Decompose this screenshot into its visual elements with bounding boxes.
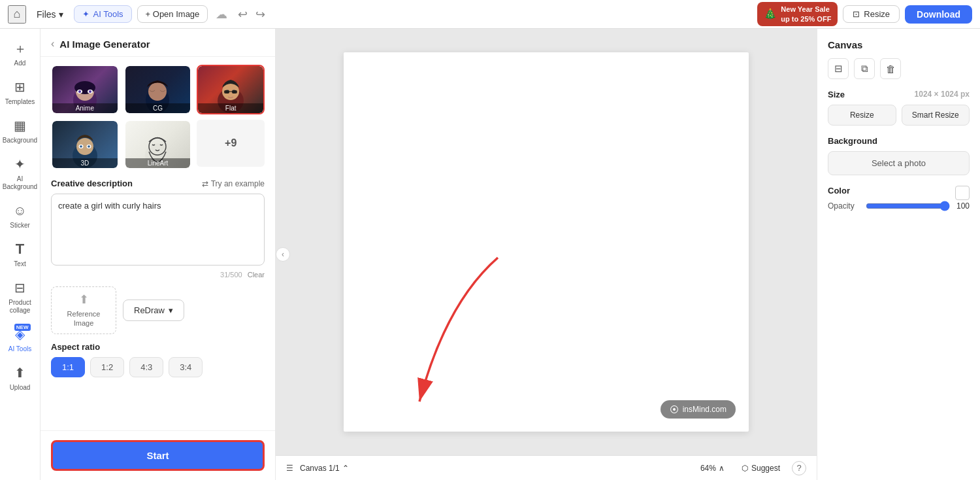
watermark-logo-icon: ⦿ (670, 404, 679, 415)
promo-banner[interactable]: 🎄 New Year Sale up to 25% OFF (757, 2, 838, 26)
try-example-label: Try an example (211, 179, 265, 188)
sidebar-label-sticker: Sticker (10, 222, 30, 230)
canvas-bottom-bar: ☰ Canvas 1/1 ⌃ 64% ∧ ⬡ Suggest ? (276, 455, 817, 480)
redraw-button[interactable]: ReDraw ▾ (123, 300, 184, 321)
sidebar-item-background[interactable]: ▦ Background (3, 111, 38, 150)
char-count: 31/500 (220, 271, 242, 279)
zoom-value: 64% (700, 464, 716, 473)
try-example-icon: ⇄ (202, 179, 208, 188)
promo-text: New Year Sale up to 25% OFF (781, 5, 831, 24)
sidebar-item-text[interactable]: T Text (3, 235, 38, 273)
resize-icon: ⊡ (853, 9, 860, 19)
canvas-watermark: ⦿ insMind.com (661, 400, 736, 419)
sidebar-label-ai-background: AI Background (3, 175, 37, 191)
download-button[interactable]: Download (905, 5, 972, 24)
reference-image-upload[interactable]: ⬆ Reference Image (51, 286, 116, 334)
right-toolbar: ⊟ ⧉ 🗑 (828, 58, 970, 79)
ai-tools-button[interactable]: ✦ AI Tools (74, 5, 132, 23)
svg-point-21 (88, 145, 90, 148)
duplicate-button[interactable]: ⧉ (854, 58, 875, 79)
panel-title: AI Image Generator (59, 39, 150, 50)
svg-point-5 (78, 90, 81, 93)
svg-rect-14 (232, 90, 237, 94)
aspect-btn-4-3[interactable]: 4:3 (129, 357, 163, 377)
home-icon: ⌂ (14, 7, 21, 21)
style-item-anime[interactable]: Anime (51, 65, 119, 114)
ai-background-icon: ✦ (11, 155, 29, 173)
zoom-button[interactable]: 64% ∧ (695, 461, 730, 475)
sidebar-label-product-collage: Product collage (5, 299, 35, 315)
files-menu[interactable]: Files ▾ (31, 7, 69, 22)
resize-button[interactable]: ⊡ Resize (843, 5, 900, 23)
canvas-document[interactable]: ⦿ insMind.com (344, 52, 749, 432)
ai-tools-label: AI Tools (93, 9, 123, 19)
delete-button[interactable]: 🗑 (880, 58, 901, 79)
panel-collapse-button[interactable]: ‹ (276, 247, 290, 262)
layers-button[interactable]: ☰ (286, 464, 293, 473)
duplicate-icon: ⧉ (861, 63, 868, 75)
ai-generator-panel: ‹ AI Image Generator (41, 29, 276, 480)
suggest-button[interactable]: ⬡ Suggest (736, 461, 785, 475)
sidebar-label-upload: Upload (10, 384, 31, 392)
start-button-wrap: Start (41, 430, 275, 480)
format-icon: ⊟ (834, 63, 843, 75)
style-grid: Anime CG (51, 65, 265, 169)
style-label-flat: Flat (198, 103, 263, 113)
panel-back-button[interactable]: ‹ (51, 38, 54, 50)
open-image-label: + Open Image (146, 9, 200, 19)
undo-button[interactable]: ↩ (235, 5, 250, 24)
redo-button[interactable]: ↪ (253, 5, 268, 24)
style-thumb-3d: 3D (52, 121, 118, 168)
download-label: Download (917, 9, 960, 20)
creative-description-input[interactable]: create a girl with curly hairs (51, 194, 265, 266)
aspect-ratio-section: Aspect ratio 1:1 1:2 4:3 3:4 (51, 342, 265, 377)
style-more-button[interactable]: +9 (197, 120, 265, 167)
sidebar-item-ai-tools[interactable]: ◈ NEW AI Tools (3, 320, 38, 358)
try-example-button[interactable]: ⇄ Try an example (202, 179, 265, 188)
svg-point-6 (89, 90, 91, 93)
help-button[interactable]: ? (792, 461, 806, 475)
resize-canvas-button[interactable]: Resize (828, 105, 896, 126)
files-label: Files (37, 9, 56, 20)
style-item-cg[interactable]: CG (124, 65, 192, 114)
sidebar-item-upload[interactable]: ⬆ Upload (3, 358, 38, 397)
history-buttons: ↩ ↪ (235, 5, 268, 24)
sidebar-label-ai-tools: AI Tools (8, 345, 31, 353)
right-panel: Canvas ⊟ ⧉ 🗑 Size 1024 × 1024 px Resize … (817, 29, 980, 480)
sidebar-label-background: Background (3, 137, 37, 145)
sidebar-label-add: Add (14, 60, 26, 67)
color-section: Color Opacity 100 (828, 186, 970, 211)
clear-button[interactable]: Clear (248, 271, 265, 279)
files-chevron-icon: ▾ (59, 9, 63, 20)
smart-resize-button[interactable]: Smart Resize (902, 105, 970, 126)
home-button[interactable]: ⌂ (8, 5, 26, 24)
creative-description-header: Creative description ⇄ Try an example (51, 179, 265, 188)
aspect-btn-3-4[interactable]: 3:4 (169, 357, 203, 377)
panel-header: ‹ AI Image Generator (41, 29, 275, 57)
style-item-flat[interactable]: Flat (197, 65, 265, 114)
opacity-value: 100 (955, 201, 970, 211)
color-swatch[interactable] (955, 186, 970, 200)
resize-buttons: Resize Smart Resize (828, 105, 970, 126)
format-button[interactable]: ⊟ (828, 58, 849, 79)
style-item-lineart[interactable]: LineArt (124, 120, 192, 169)
ai-tools-sidebar-icon: ◈ NEW (11, 325, 29, 343)
sidebar-item-add[interactable]: ＋ Add (3, 34, 38, 73)
aspect-btn-1-1[interactable]: 1:1 (51, 357, 85, 377)
layers-icon: ☰ (286, 464, 293, 473)
open-image-button[interactable]: + Open Image (137, 5, 208, 23)
background-section-title: Background (828, 136, 970, 146)
select-photo-button[interactable]: Select a photo (828, 151, 970, 175)
sidebar-item-templates[interactable]: ⊞ Templates (3, 73, 38, 111)
sidebar-item-ai-background[interactable]: ✦ AI Background (3, 150, 38, 196)
sticker-icon: ☺ (11, 201, 29, 220)
cloud-icon: ☁ (216, 7, 227, 22)
sidebar-item-sticker[interactable]: ☺ Sticker (3, 196, 38, 235)
sidebar-item-product-collage[interactable]: ⊟ Product collage (3, 273, 38, 320)
textarea-footer: 31/500 Clear (51, 271, 265, 279)
style-item-3d[interactable]: 3D (51, 120, 119, 169)
start-button[interactable]: Start (51, 440, 265, 471)
style-thumb-flat: Flat (198, 66, 263, 113)
opacity-slider[interactable] (866, 201, 950, 211)
aspect-btn-1-2[interactable]: 1:2 (90, 357, 124, 377)
